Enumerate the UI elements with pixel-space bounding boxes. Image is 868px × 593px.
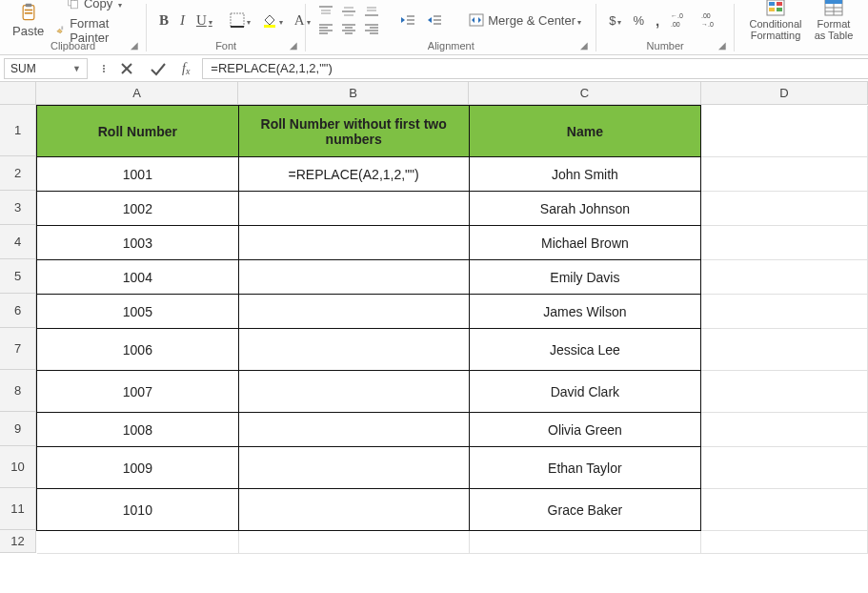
column-header-b[interactable]: B [238,82,469,105]
cell-d9[interactable] [701,413,868,447]
cell-a4[interactable]: 1003 [37,226,239,260]
cell-d3[interactable] [701,192,868,226]
paste-button[interactable]: Paste [10,1,47,40]
cell-d2[interactable] [701,157,868,192]
cell-a5[interactable]: 1004 [37,260,239,295]
cell-b10[interactable] [238,447,469,489]
cell-a1[interactable]: Roll Number [37,106,239,157]
underline-button[interactable]: U [193,10,215,31]
column-header-d[interactable]: D [701,82,868,105]
row-header-1[interactable]: 1 [0,105,36,156]
align-center-button[interactable] [338,21,359,36]
cell-a11[interactable]: 1010 [37,489,239,531]
row-header-4[interactable]: 4 [0,225,36,259]
cell-c12[interactable] [469,531,701,554]
cell-a12[interactable] [37,531,239,554]
cell-c8[interactable]: David Clark [469,371,701,413]
align-middle-button[interactable] [338,4,359,19]
increase-indent-button[interactable] [424,12,445,28]
align-bottom-button[interactable] [361,4,382,19]
cell-c4[interactable]: Michael Brown [469,226,701,260]
cell-c11[interactable]: Grace Baker [469,489,701,531]
cell-b1[interactable]: Roll Number without first two numbers [238,106,469,157]
cell-b9[interactable] [238,413,469,447]
row-header-12[interactable]: 12 [0,530,36,553]
increase-decimal-button[interactable]: ←.0.00 [668,10,693,31]
cell-b2[interactable]: =REPLACE(A2,1,2,"") [238,157,469,192]
cell-d5[interactable] [701,260,868,295]
select-all-corner[interactable] [0,82,36,105]
cell-a3[interactable]: 1002 [37,192,239,226]
name-box-dropdown-icon[interactable]: ▼ [72,64,81,73]
align-top-button[interactable] [315,4,336,19]
cell-d8[interactable] [701,371,868,413]
cell-a7[interactable]: 1006 [37,329,239,371]
formula-input[interactable]: =REPLACE(A2,1,2,"") [202,58,868,79]
fill-color-button[interactable] [259,10,286,30]
cell-a9[interactable]: 1008 [37,413,239,447]
cell-a6[interactable]: 1005 [37,295,239,329]
cell-c2[interactable]: John Smith [469,157,701,192]
cell-d12[interactable] [701,531,868,554]
cell-b7[interactable] [238,329,469,371]
row-header-2[interactable]: 2 [0,156,36,191]
accounting-format-button[interactable]: $ [606,11,624,30]
alignment-dialog-launcher-icon[interactable]: ◢ [578,40,590,51]
column-header-c[interactable]: C [469,82,701,105]
align-right-button[interactable] [361,21,382,36]
cell-d10[interactable] [701,447,868,489]
row-header-7[interactable]: 7 [0,328,36,370]
percent-format-button[interactable]: % [630,11,647,30]
merge-center-button[interactable]: Merge & Center [466,11,584,30]
cell-b3[interactable] [238,192,469,226]
comma-format-button[interactable]: , [653,10,662,31]
cell-c9[interactable]: Olivia Green [469,413,701,447]
row-header-6[interactable]: 6 [0,294,36,328]
column-header-a[interactable]: A [36,82,238,105]
cell-a2[interactable]: 1001 [37,157,239,192]
cell-b8[interactable] [238,371,469,413]
insert-function-button[interactable]: fx [179,59,192,78]
cell-a8[interactable]: 1007 [37,371,239,413]
italic-button[interactable]: I [177,10,188,31]
conditional-formatting-button[interactable]: Conditional Formatting [744,0,807,43]
format-as-table-button[interactable]: Format as Table [809,0,858,43]
svg-text:.00: .00 [671,21,680,28]
cell-c6[interactable]: James Wilson [469,295,701,329]
row-header-5[interactable]: 5 [0,259,36,294]
row-header-11[interactable]: 11 [0,488,36,530]
row-header-3[interactable]: 3 [0,191,36,225]
decrease-decimal-button[interactable]: .00→.0 [698,10,723,31]
cell-b5[interactable] [238,260,469,295]
font-dialog-launcher-icon[interactable]: ◢ [288,40,299,51]
cell-c7[interactable]: Jessica Lee [469,329,701,371]
bold-button[interactable]: B [156,10,172,31]
cell-b11[interactable] [238,489,469,531]
cell-d7[interactable] [701,329,868,371]
cell-d1[interactable] [701,106,868,157]
cell-c10[interactable]: Ethan Taylor [469,447,701,489]
cell-b12[interactable] [238,531,469,554]
copy-button[interactable]: Copy [52,0,136,12]
clipboard-dialog-launcher-icon[interactable]: ◢ [129,40,140,51]
cell-c5[interactable]: Emily Davis [469,260,701,295]
cell-b4[interactable] [238,226,469,260]
borders-button[interactable] [227,10,253,30]
cell-d4[interactable] [701,226,868,260]
row-header-9[interactable]: 9 [0,412,36,446]
name-box[interactable]: SUM ▼ [4,58,88,79]
cell-d11[interactable] [701,489,868,531]
cell-c1[interactable]: Name [469,106,701,157]
cell-c3[interactable]: Sarah Johnson [469,192,701,226]
row-header-8[interactable]: 8 [0,370,36,412]
cell-a10[interactable]: 1009 [37,447,239,489]
cancel-formula-button[interactable] [116,59,137,78]
cell-d6[interactable] [701,295,868,329]
svg-rect-3 [24,12,31,14]
cell-b6[interactable] [238,295,469,329]
row-header-10[interactable]: 10 [0,446,36,488]
number-dialog-launcher-icon[interactable]: ◢ [717,40,728,51]
align-left-button[interactable] [315,21,336,36]
decrease-indent-button[interactable] [397,12,418,28]
enter-formula-button[interactable] [147,59,170,78]
